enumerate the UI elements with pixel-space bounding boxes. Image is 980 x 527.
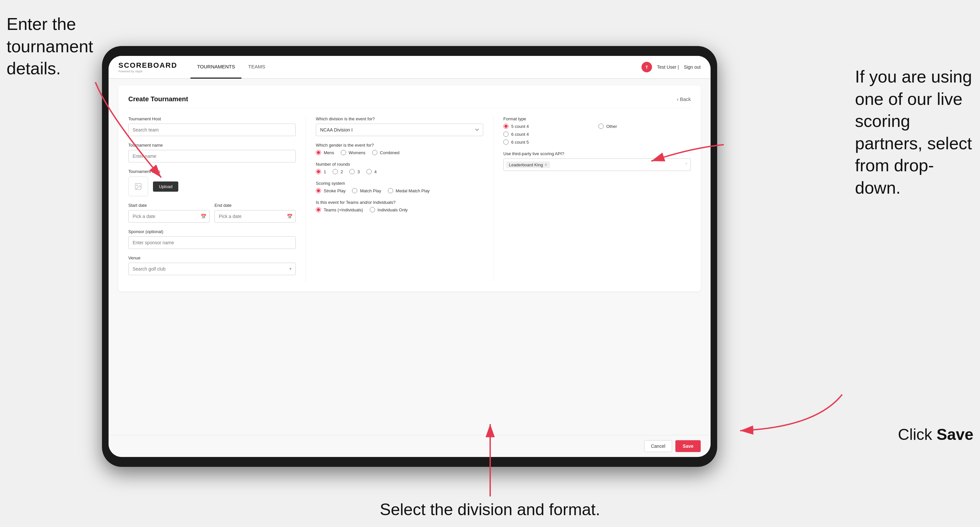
tournament-name-input[interactable] xyxy=(128,150,296,162)
gender-womens[interactable]: Womens xyxy=(341,150,366,155)
division-select[interactable]: NCAA Division I xyxy=(316,124,483,136)
tournament-name-group: Tournament name xyxy=(128,143,296,162)
teams-label: Is this event for Teams and/or Individua… xyxy=(316,200,483,205)
header-user-text: Test User | xyxy=(657,64,679,70)
form-grid: Tournament Host Tournament name Tourname… xyxy=(128,116,691,282)
format-6count5-label: 6 count 5 xyxy=(511,140,529,144)
tournament-host-group: Tournament Host xyxy=(128,116,296,136)
tournament-logo-label: Tournament logo xyxy=(128,169,296,174)
gender-label: Which gender is the event for? xyxy=(316,143,483,148)
live-scoring-tag: Leaderboard King × xyxy=(506,162,550,168)
live-scoring-input[interactable]: Leaderboard King × ⌃ xyxy=(503,159,691,171)
gender-mens-radio[interactable] xyxy=(316,150,321,155)
gender-group: Which gender is the event for? Mens Wome… xyxy=(316,143,483,155)
rounds-4-label: 4 xyxy=(374,169,377,174)
tournament-host-input[interactable] xyxy=(128,124,296,136)
rounds-label: Number of rounds xyxy=(316,162,483,167)
scoring-match[interactable]: Match Play xyxy=(352,188,381,193)
end-date-label: End date xyxy=(215,203,296,208)
scoring-stroke-label: Stroke Play xyxy=(324,188,345,193)
rounds-3[interactable]: 3 xyxy=(349,169,360,174)
format-5count4-radio[interactable] xyxy=(503,124,509,129)
form-col-1: Tournament Host Tournament name Tourname… xyxy=(128,116,306,282)
app-header: SCOREBOARD Powered by clippit TOURNAMENT… xyxy=(108,56,711,79)
gender-mens[interactable]: Mens xyxy=(316,150,334,155)
format-6count4-label: 6 count 4 xyxy=(511,132,529,137)
venue-chevron-icon: ▼ xyxy=(288,267,293,271)
gender-womens-radio[interactable] xyxy=(341,150,346,155)
annotation-live-scoring: If you are using one of our live scoring… xyxy=(855,66,974,199)
sponsor-input[interactable] xyxy=(128,237,296,249)
format-5count4[interactable]: 5 count 4 xyxy=(503,124,596,129)
rounds-3-radio[interactable] xyxy=(349,169,355,174)
division-group: Which division is the event for? NCAA Di… xyxy=(316,116,483,136)
scoring-radio-row: Stroke Play Match Play Medal Match Play xyxy=(316,188,483,193)
format-other[interactable]: Other xyxy=(598,124,691,129)
format-other-label: Other xyxy=(606,124,617,129)
teams-group: Is this event for Teams and/or Individua… xyxy=(316,200,483,213)
page-header: Create Tournament ‹ Back xyxy=(128,95,691,108)
format-6count4-radio[interactable] xyxy=(503,132,509,137)
save-button[interactable]: Save xyxy=(675,440,701,452)
format-type-label: Format type xyxy=(503,116,691,121)
rounds-2-radio[interactable] xyxy=(332,169,338,174)
gender-combined[interactable]: Combined xyxy=(372,150,399,155)
cancel-button[interactable]: Cancel xyxy=(644,440,672,452)
scoring-match-radio[interactable] xyxy=(352,188,357,193)
main-content: Create Tournament ‹ Back Tournament Host xyxy=(108,79,711,435)
nav-tab-teams[interactable]: TEAMS xyxy=(242,56,272,79)
scoring-medal-radio[interactable] xyxy=(388,188,393,193)
scoring-stroke-radio[interactable] xyxy=(316,188,321,193)
logo-upload-area: Upload xyxy=(128,176,296,196)
dates-group: Start date 📅 End date xyxy=(128,203,296,222)
start-date-wrap: 📅 xyxy=(128,210,210,222)
teams-radio[interactable] xyxy=(316,207,321,213)
rounds-1[interactable]: 1 xyxy=(316,169,326,174)
form-col-2: Which division is the event for? NCAA Di… xyxy=(316,116,493,282)
gender-mens-label: Mens xyxy=(324,150,334,155)
gender-combined-radio[interactable] xyxy=(372,150,377,155)
scoring-medal[interactable]: Medal Match Play xyxy=(388,188,430,193)
teams-plus-individuals[interactable]: Teams (+Individuals) xyxy=(316,207,363,213)
individuals-only[interactable]: Individuals Only xyxy=(370,207,408,213)
scoring-label: Scoring system xyxy=(316,181,483,186)
tag-remove-btn[interactable]: × xyxy=(544,162,547,167)
scoring-match-label: Match Play xyxy=(360,188,381,193)
sponsor-label: Sponsor (optional) xyxy=(128,229,296,234)
annotation-click-save: Click Save xyxy=(898,424,974,445)
tournament-name-label: Tournament name xyxy=(128,143,296,148)
calendar-icon-end: 📅 xyxy=(287,214,293,219)
format-6count5[interactable]: 6 count 5 xyxy=(503,140,596,144)
nav-tab-tournaments[interactable]: TOURNAMENTS xyxy=(191,56,242,79)
scoring-medal-label: Medal Match Play xyxy=(396,188,430,193)
end-date-group: End date 📅 xyxy=(215,203,296,222)
header-right: T Test User | Sign out xyxy=(641,62,701,72)
calendar-icon: 📅 xyxy=(200,214,206,219)
venue-input[interactable] xyxy=(128,263,296,275)
sponsor-group: Sponsor (optional) xyxy=(128,229,296,249)
form-footer: Cancel Save xyxy=(108,435,711,457)
gender-combined-label: Combined xyxy=(380,150,399,155)
format-6count5-radio[interactable] xyxy=(503,140,509,144)
date-row: Start date 📅 End date xyxy=(128,203,296,222)
format-6count4[interactable]: 6 count 4 xyxy=(503,132,596,137)
rounds-4-radio[interactable] xyxy=(366,169,372,174)
format-radio-grid: 5 count 4 Other 6 count 4 xyxy=(503,124,691,144)
rounds-1-radio[interactable] xyxy=(316,169,321,174)
rounds-4[interactable]: 4 xyxy=(366,169,377,174)
page-container: Create Tournament ‹ Back Tournament Host xyxy=(118,86,701,292)
end-date-input[interactable] xyxy=(215,210,296,222)
back-link[interactable]: ‹ Back xyxy=(677,96,691,102)
rounds-2[interactable]: 2 xyxy=(332,169,343,174)
rounds-group: Number of rounds 1 2 xyxy=(316,162,483,174)
upload-button[interactable]: Upload xyxy=(153,181,178,192)
tournament-host-label: Tournament Host xyxy=(128,116,296,121)
end-date-wrap: 📅 xyxy=(215,210,296,222)
form-col-3: Format type 5 count 4 Other xyxy=(503,116,691,282)
app-container: SCOREBOARD Powered by clippit TOURNAMENT… xyxy=(108,56,711,457)
start-date-input[interactable] xyxy=(128,210,210,222)
scoring-stroke[interactable]: Stroke Play xyxy=(316,188,345,193)
format-other-radio[interactable] xyxy=(598,124,604,129)
sign-out-link[interactable]: Sign out xyxy=(684,64,701,70)
individuals-radio[interactable] xyxy=(370,207,375,213)
